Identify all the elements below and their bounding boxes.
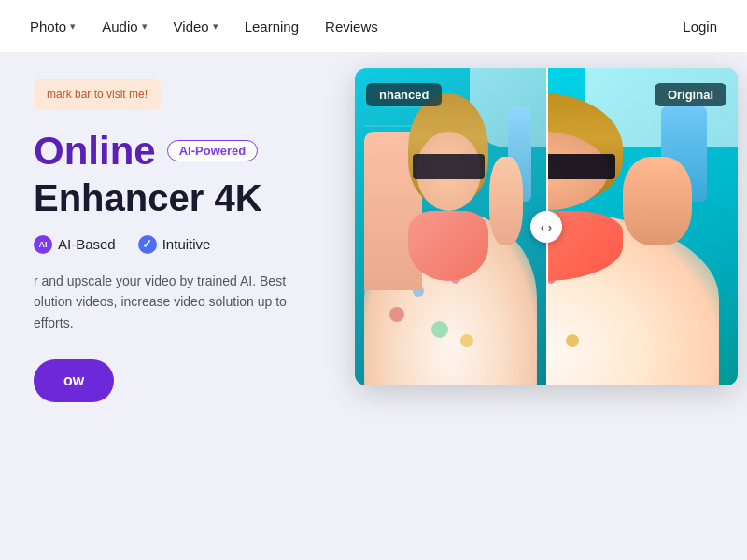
nav-label-learning: Learning [245,19,299,35]
nav-item-audio[interactable]: Audio ▾ [102,19,147,35]
nav-item-photo[interactable]: Photo ▾ [30,19,76,35]
navigation: Photo ▾ Audio ▾ Video ▾ Learning Reviews… [0,0,747,53]
comparison-handle[interactable]: ‹ › [530,211,562,243]
feature-intuitive-label: Intuitive [162,236,211,252]
left-panel: mark bar to visit me! Online AI-Powered … [0,53,355,560]
nav-label-photo: Photo [30,19,66,35]
features-row: AI AI-Based ✓ Intuitive [34,235,355,254]
hero-online-text: Online [34,129,156,174]
feature-intuitive: ✓ Intuitive [138,235,211,254]
ai-icon: AI [34,235,52,254]
feature-ai-based: AI AI-Based [34,235,116,254]
nav-items: Photo ▾ Audio ▾ Video ▾ Learning Reviews [30,19,378,35]
original-side [546,68,738,385]
nav-label-audio: Audio [102,19,137,35]
nav-item-reviews[interactable]: Reviews [325,19,378,35]
cta-button[interactable]: ow [34,359,114,402]
handle-arrows-icon: ‹ › [541,220,552,234]
original-label: Original [655,83,726,106]
promo-banner: mark bar to visit me! [34,79,161,110]
chevron-down-icon: ▾ [70,21,76,33]
enhanced-image [355,68,546,385]
nav-label-video: Video [174,19,209,35]
ai-powered-badge: AI-Powered [167,140,259,161]
hero-description: r and upscale your video by trained AI. … [34,271,304,333]
chevron-down-icon: ▾ [213,21,218,33]
feature-ai-label: AI-Based [58,236,116,252]
nav-item-learning[interactable]: Learning [245,19,299,35]
hero-enhancer-text: Enhancer 4K [34,177,355,218]
login-button[interactable]: Login [683,19,717,35]
check-icon: ✓ [138,235,157,254]
chevron-down-icon: ▾ [142,21,148,33]
image-comparison[interactable]: ‹ › nhanced Original [355,68,738,385]
hero-title-line1: Online AI-Powered [34,129,355,174]
nav-item-video[interactable]: Video ▾ [174,19,218,35]
right-panel: ‹ › nhanced Original [355,53,747,560]
enhanced-side [355,68,546,385]
enhanced-label: nhanced [366,83,442,106]
nav-label-reviews: Reviews [325,19,378,35]
original-image [546,68,738,385]
main-content: mark bar to visit me! Online AI-Powered … [0,53,747,560]
